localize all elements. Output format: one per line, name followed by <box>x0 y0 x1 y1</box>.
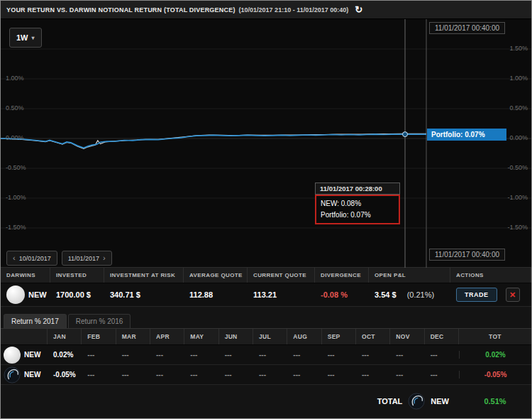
month-value-cell: --- <box>150 371 184 379</box>
column-header: OPEN P&L <box>369 268 450 283</box>
month-header: JUL <box>253 329 287 344</box>
month-value-cell: --- <box>390 371 424 379</box>
divergence-chart[interactable]: 1.00%0.50%0.00%-0.50%-1.00%-1.50% 1.50%1… <box>1 19 531 268</box>
month-value-cell: --- <box>356 371 390 379</box>
open-pl-cell: 3.54 $ (0.21%) <box>369 290 450 299</box>
open-pl-percent: (0.21%) <box>407 290 435 299</box>
month-value-cell: --- <box>322 351 356 359</box>
month-value-cell: --- <box>356 351 390 359</box>
prev-day-label: 10/01/2017 <box>19 255 51 262</box>
axis-tick-left: 1.00% <box>6 75 24 82</box>
chevron-down-icon: ▾ <box>32 35 35 41</box>
darwin-avatar <box>6 285 25 304</box>
darwin-logo-avatar <box>4 366 21 383</box>
close-position-button[interactable]: ✕ <box>506 288 520 302</box>
tooltip-values: NEW: 0.08% Portfolio: 0.07% <box>315 195 400 224</box>
column-header: AVERAGE QUOTE <box>184 268 248 283</box>
total-cell: -0.05% <box>459 371 531 379</box>
darwin-link[interactable]: NEW <box>1 347 48 364</box>
month-header: DEC <box>425 329 459 344</box>
portfolio-value-tag: Portfolio: 0.07% <box>427 129 506 141</box>
darwin-avatar <box>4 347 21 364</box>
axis-tick-right: -1.00% <box>507 194 528 201</box>
darwinex-trading-panel: YOUR RETURN VS. DARWIN NOTIONAL RETURN (… <box>0 0 532 419</box>
darwin-logo-avatar <box>408 393 425 410</box>
average-quote-value: 112.88 <box>184 290 248 299</box>
months-rows: NEW0.02%--------------------------------… <box>1 345 531 385</box>
chart-canvas[interactable] <box>1 19 532 268</box>
investment-at-risk-value: 340.71 $ <box>104 290 184 299</box>
month-value-cell: --- <box>253 371 287 379</box>
tooltip-new-value: NEW: 0.08% <box>321 198 394 210</box>
axis-tick-left: -1.50% <box>6 224 26 231</box>
series-new-line <box>1 134 426 148</box>
total-darwin-name: NEW <box>431 397 449 406</box>
month-value-cell: --- <box>287 351 321 359</box>
invested-value: 1700.00 $ <box>50 290 104 299</box>
column-header: DARWINS <box>1 268 50 283</box>
column-header: INVESTED <box>50 268 104 283</box>
trade-button[interactable]: TRADE <box>456 288 497 302</box>
tab-return-2016[interactable]: Return % 2016 <box>68 314 131 328</box>
tooltip-time: 11/01/2017 00:28:00 <box>315 183 400 195</box>
current-quote-value: 113.21 <box>248 290 315 299</box>
month-header: MAY <box>184 329 218 344</box>
axis-tick-right: 1.00% <box>509 75 528 82</box>
total-label: TOTAL <box>377 397 403 406</box>
month-value-cell: -0.05% <box>48 371 82 379</box>
month-header: AUG <box>287 329 321 344</box>
refresh-icon[interactable]: ↻ <box>355 5 362 14</box>
cursor-date-bottom: 11/01/2017 00:40:00 <box>429 249 505 261</box>
date-navigation: ‹ 10/01/2017 11/01/2017 › <box>6 251 112 266</box>
month-header: NOV <box>390 329 424 344</box>
month-header: JUN <box>219 329 253 344</box>
column-header: INVESTMENT AT RISK <box>104 268 184 283</box>
month-value-cell: --- <box>184 371 218 379</box>
month-value-cell: --- <box>184 351 218 359</box>
tab-return-2017[interactable]: Return % 2017 <box>4 314 67 328</box>
darwin-name: NEW <box>28 290 47 299</box>
darwin-link[interactable]: NEW <box>1 366 48 383</box>
period-selector[interactable]: 1W ▾ <box>9 28 42 48</box>
axis-tick-left: -0.50% <box>6 164 26 171</box>
month-value-cell: --- <box>253 351 287 359</box>
month-value-cell: --- <box>82 351 116 359</box>
month-header: FEB <box>82 329 116 344</box>
period-label: 1W <box>16 33 28 42</box>
cursor-dot <box>403 132 408 137</box>
month-header: APR <box>150 329 184 344</box>
axis-tick-right: 0.50% <box>509 104 528 111</box>
axis-tick-left: -1.00% <box>6 194 26 201</box>
month-header: MAR <box>116 329 150 344</box>
series-portfolio-line <box>1 134 426 148</box>
axis-tick-right: 1.50% <box>509 45 528 52</box>
chart-tooltip: 11/01/2017 00:28:00 NEW: 0.08% Portfolio… <box>315 183 400 224</box>
next-day-button[interactable]: 11/01/2017 › <box>62 251 112 266</box>
axis-tick-right: -0.50% <box>507 164 528 171</box>
month-header: JAN <box>48 329 82 344</box>
month-value-cell: --- <box>390 351 424 359</box>
darwin-link[interactable]: NEW <box>1 285 50 304</box>
monthly-returns-table: JANFEBMARAPRMAYJUNJULAUGSEPOCTNOVDECTOT … <box>1 328 531 412</box>
month-header: OCT <box>356 329 390 344</box>
close-icon: ✕ <box>509 290 516 299</box>
months-header-spacer <box>1 329 48 344</box>
axis-tick-left: 0.50% <box>6 104 24 111</box>
month-value-cell: --- <box>116 351 150 359</box>
chart-title-range: (10/01/2017 21:10 - 11/01/2017 00:40) <box>239 6 349 13</box>
column-header: ACTIONS <box>450 268 531 283</box>
positions-table-header: DARWINSINVESTEDINVESTMENT AT RISKAVERAGE… <box>1 268 531 283</box>
column-header: DIVERGENCE <box>315 268 369 283</box>
chevron-right-icon: › <box>103 254 106 262</box>
month-value-cell: --- <box>219 371 253 379</box>
darwin-name: NEW <box>24 351 40 359</box>
darwin-logo-icon <box>408 393 425 410</box>
next-day-label: 11/01/2017 <box>68 255 99 262</box>
chart-title: YOUR RETURN VS. DARWIN NOTIONAL RETURN (… <box>6 6 235 13</box>
prev-day-button[interactable]: ‹ 10/01/2017 <box>6 251 57 266</box>
returns-tabs: Return % 2017 Return % 2016 <box>4 314 531 328</box>
axis-tick-right: -1.50% <box>507 224 528 231</box>
monthly-return-row: NEW-0.05%-------------------------------… <box>1 365 531 385</box>
month-value-cell: --- <box>425 351 459 359</box>
open-pl-value: 3.54 $ <box>375 290 397 299</box>
